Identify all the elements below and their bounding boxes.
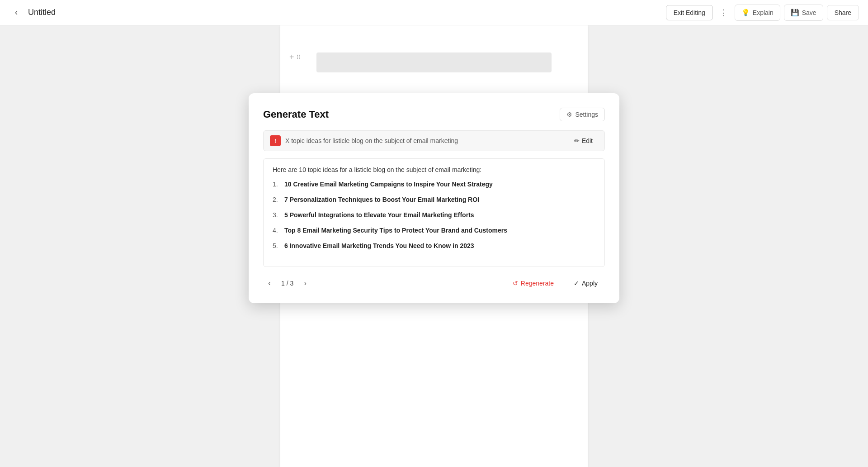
add-block-button[interactable]: + bbox=[289, 52, 294, 62]
prompt-warning-icon: ! bbox=[270, 135, 281, 146]
settings-icon: ⚙ bbox=[566, 111, 572, 118]
topbar-right: Exit Editing ⋮ 💡 Explain 💾 Save Share bbox=[666, 5, 859, 21]
edit-label: Edit bbox=[582, 137, 593, 144]
modal-footer: ‹ 1 / 3 › ↺ Regenerate ✓ Apply bbox=[263, 276, 605, 291]
share-button[interactable]: Share bbox=[827, 5, 859, 20]
regenerate-button[interactable]: ↺ Regenerate bbox=[505, 276, 561, 291]
exit-editing-button[interactable]: Exit Editing bbox=[666, 5, 713, 20]
topic-num: 1. bbox=[273, 181, 282, 188]
list-item: 1. 10 Creative Email Marketing Campaigns… bbox=[273, 181, 595, 188]
list-item: 2. 7 Personalization Techniques to Boost… bbox=[273, 196, 595, 203]
settings-label: Settings bbox=[575, 111, 598, 118]
explain-button[interactable]: 💡 Explain bbox=[735, 5, 780, 21]
topic-title: 6 Innovative Email Marketing Trends You … bbox=[284, 242, 474, 249]
drag-handle[interactable]: ⠿ bbox=[296, 54, 300, 61]
list-item: 4. Top 8 Email Marketing Security Tips t… bbox=[273, 227, 595, 234]
topbar: ‹ Untitled Exit Editing ⋮ 💡 Explain 💾 Sa… bbox=[0, 0, 868, 25]
block-area: + ⠿ bbox=[280, 25, 588, 91]
topic-title: Top 8 Email Marketing Security Tips to P… bbox=[284, 227, 507, 234]
topic-num: 4. bbox=[273, 227, 282, 234]
more-options-button[interactable]: ⋮ bbox=[717, 5, 731, 20]
footer-actions: ↺ Regenerate ✓ Apply bbox=[505, 276, 605, 291]
more-icon: ⋮ bbox=[720, 8, 728, 18]
page-info: 1 / 3 bbox=[281, 280, 293, 287]
topbar-left: ‹ Untitled bbox=[9, 5, 666, 20]
save-icon: 💾 bbox=[791, 9, 799, 17]
next-page-button[interactable]: › bbox=[299, 277, 311, 290]
pagination: ‹ 1 / 3 › bbox=[263, 277, 311, 290]
back-icon: ‹ bbox=[15, 8, 18, 17]
block-controls: + ⠿ bbox=[289, 52, 300, 62]
save-button[interactable]: 💾 Save bbox=[784, 5, 823, 21]
topic-num: 3. bbox=[273, 211, 282, 219]
document-title: Untitled bbox=[28, 8, 56, 17]
back-button[interactable]: ‹ bbox=[9, 5, 24, 20]
prev-page-button[interactable]: ‹ bbox=[263, 277, 276, 290]
modal-header: Generate Text ⚙ Settings bbox=[263, 108, 605, 121]
explain-label: Explain bbox=[753, 9, 774, 16]
regenerate-icon: ↺ bbox=[513, 280, 518, 287]
total-pages: 3 bbox=[290, 280, 293, 287]
title-placeholder bbox=[316, 52, 552, 72]
topic-num: 2. bbox=[273, 196, 282, 203]
current-page: 1 bbox=[281, 280, 285, 287]
generated-content-area[interactable]: Here are 10 topic ideas for a listicle b… bbox=[263, 158, 605, 267]
apply-label: Apply bbox=[582, 280, 598, 287]
list-item: 3. 5 Powerful Integrations to Elevate Yo… bbox=[273, 211, 595, 219]
topic-title: 7 Personalization Techniques to Boost Yo… bbox=[284, 196, 479, 203]
prompt-bar: ! X topic ideas for listicle blog on the… bbox=[263, 130, 605, 151]
settings-button[interactable]: ⚙ Settings bbox=[560, 108, 605, 121]
save-label: Save bbox=[802, 9, 816, 16]
generate-text-modal: Generate Text ⚙ Settings ! X topic ideas… bbox=[249, 93, 619, 303]
intro-text: Here are 10 topic ideas for a listicle b… bbox=[273, 166, 595, 173]
topic-num: 5. bbox=[273, 242, 282, 249]
topic-list: 1. 10 Creative Email Marketing Campaigns… bbox=[273, 181, 595, 249]
explain-icon: 💡 bbox=[741, 9, 750, 17]
topic-title: 10 Creative Email Marketing Campaigns to… bbox=[284, 181, 493, 188]
prompt-text: X topic ideas for listicle blog on the s… bbox=[285, 137, 564, 144]
apply-button[interactable]: ✓ Apply bbox=[566, 276, 605, 291]
main-area: + ⠿ Generate Text ⚙ Settings ! X topic i… bbox=[0, 25, 868, 467]
list-item: 5. 6 Innovative Email Marketing Trends Y… bbox=[273, 242, 595, 249]
modal-title: Generate Text bbox=[263, 109, 329, 120]
regenerate-label: Regenerate bbox=[521, 280, 554, 287]
edit-icon: ✏ bbox=[574, 137, 580, 144]
topic-title: 5 Powerful Integrations to Elevate Your … bbox=[284, 211, 474, 219]
apply-icon: ✓ bbox=[574, 280, 579, 287]
edit-prompt-button[interactable]: ✏ Edit bbox=[569, 135, 598, 146]
